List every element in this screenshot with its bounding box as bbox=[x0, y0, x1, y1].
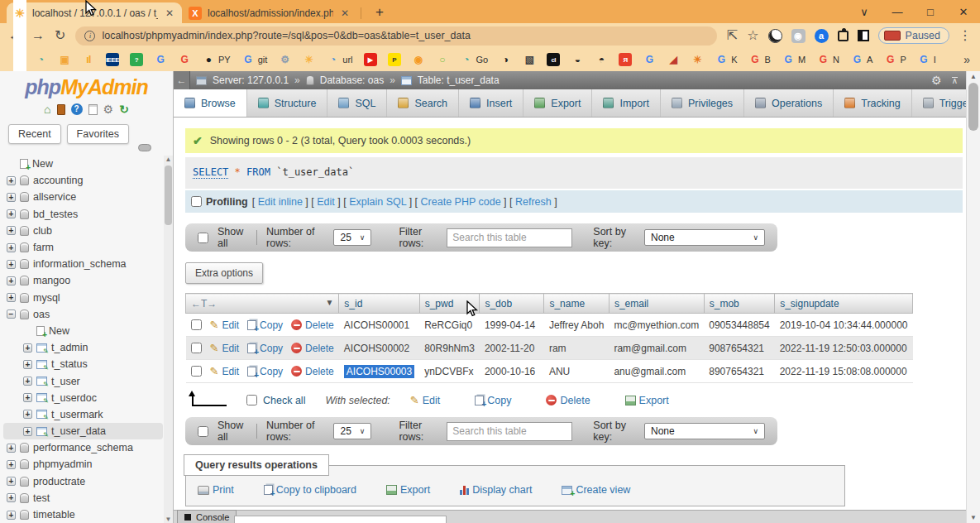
reload-icon[interactable]: ↻ bbox=[55, 29, 65, 42]
bookmark-item[interactable]: ◔url bbox=[326, 53, 352, 66]
sort-by-key-select[interactable]: None∨ bbox=[644, 229, 765, 246]
tree-expander-icon[interactable]: + bbox=[23, 360, 32, 369]
bookmark-item[interactable]: GI bbox=[917, 53, 936, 66]
tree-item-new[interactable]: New bbox=[3, 156, 163, 172]
site-info-icon[interactable]: i bbox=[84, 31, 95, 41]
extension-profile-icon[interactable]: ◉ bbox=[791, 29, 806, 43]
show-all-label[interactable]: Show all bbox=[218, 420, 247, 443]
maximize-icon[interactable]: □ bbox=[914, 6, 947, 18]
tree-item-test[interactable]: +test bbox=[3, 490, 163, 506]
favorites-button[interactable]: Favorites bbox=[67, 124, 129, 144]
tree-expander-icon[interactable]: − bbox=[7, 309, 16, 319]
bookmark-item[interactable]: G bbox=[643, 53, 656, 66]
extension-a-icon[interactable]: a bbox=[815, 29, 829, 43]
tree-item-information_schema[interactable]: +information_schema bbox=[3, 256, 163, 272]
scrollbar-thumb[interactable] bbox=[968, 83, 978, 131]
breadcrumb-table[interactable]: Table: t_user_data bbox=[418, 74, 500, 86]
bookmark-item[interactable]: ▣ bbox=[58, 53, 71, 66]
number-of-rows-select[interactable]: 25∨ bbox=[333, 423, 371, 439]
profiling-link-create-php-code[interactable]: Create PHP code bbox=[421, 196, 501, 208]
extensions-puzzle-icon[interactable] bbox=[838, 31, 849, 41]
console-toggle[interactable]: Console bbox=[177, 510, 237, 523]
tree-item-t_usermark[interactable]: +t_usermark bbox=[3, 406, 163, 423]
row-checkbox[interactable] bbox=[191, 319, 202, 330]
profiling-link-refresh[interactable]: Refresh bbox=[515, 196, 552, 208]
row-delete-link[interactable]: Delete bbox=[291, 366, 334, 377]
sort-by-key-select[interactable]: None∨ bbox=[644, 423, 765, 439]
tree-item-productrate[interactable]: +productrate bbox=[3, 473, 163, 490]
panel-collapse-handle-icon[interactable] bbox=[138, 144, 151, 151]
tree-item-allservice[interactable]: +allservice bbox=[3, 189, 163, 205]
bookmark-item[interactable]: ○ bbox=[436, 53, 449, 66]
bookmark-item[interactable]: cl bbox=[547, 53, 560, 66]
profiling-link-explain-sql[interactable]: Explain SQL bbox=[349, 196, 406, 208]
tab-operations[interactable]: Operations bbox=[744, 89, 834, 117]
tree-item-new[interactable]: New bbox=[3, 323, 163, 339]
tree-item-accounting[interactable]: +accounting bbox=[3, 172, 163, 189]
tab-privileges[interactable]: Privileges bbox=[661, 89, 744, 117]
tree-item-t_user[interactable]: +t_user bbox=[3, 372, 163, 389]
bookmark-item[interactable]: GM bbox=[782, 53, 806, 66]
tree-expander-icon[interactable]: + bbox=[7, 193, 16, 202]
row-checkbox[interactable] bbox=[191, 366, 202, 377]
tree-expander-icon[interactable]: + bbox=[23, 393, 32, 402]
tab-export[interactable]: Export bbox=[523, 89, 592, 117]
new-tab-button[interactable]: + bbox=[370, 2, 390, 22]
check-all-label[interactable]: Check all bbox=[263, 395, 305, 406]
row-edit-link[interactable]: ✎Edit bbox=[210, 319, 240, 331]
row-checkbox[interactable] bbox=[191, 343, 202, 353]
copy-to-clipboard-button[interactable]: Copy to clipboard bbox=[264, 484, 356, 496]
check-all-checkbox[interactable] bbox=[246, 395, 257, 405]
collapse-top-icon[interactable]: ∧ bbox=[952, 77, 958, 84]
scrollbar-thumb[interactable] bbox=[165, 166, 172, 225]
home-icon[interactable]: ⌂ bbox=[44, 103, 50, 115]
row-delete-link[interactable]: Delete bbox=[291, 343, 334, 354]
extension-panda-icon[interactable] bbox=[768, 29, 782, 43]
column-header-s_signupdate[interactable]: s_signupdate bbox=[775, 294, 913, 314]
forward-icon[interactable]: → bbox=[31, 29, 45, 42]
row-delete-link[interactable]: Delete bbox=[291, 319, 334, 331]
tree-item-t_userdoc[interactable]: +t_userdoc bbox=[3, 390, 163, 406]
column-header-s_name[interactable]: s_name bbox=[544, 294, 610, 314]
bookmark-item[interactable]: ☀ bbox=[302, 53, 315, 66]
bookmark-star-icon[interactable]: ☆ bbox=[747, 29, 758, 42]
scroll-up-icon[interactable]: ▲ bbox=[164, 156, 173, 163]
bookmark-item[interactable]: ◢ bbox=[667, 53, 680, 66]
breadcrumb-server[interactable]: Server: 127.0.0.1 bbox=[213, 74, 289, 86]
minimize-icon[interactable]: — bbox=[881, 6, 914, 18]
scroll-down-icon[interactable]: ▼ bbox=[164, 516, 173, 523]
profiling-link-edit[interactable]: Edit bbox=[317, 196, 335, 208]
tree-item-club[interactable]: +club bbox=[3, 223, 163, 239]
with-selected-edit-button[interactable]: ✎Edit bbox=[410, 394, 440, 406]
scroll-up-icon[interactable]: ▲ bbox=[967, 73, 980, 80]
browser-tab-admission[interactable]: X localhost/admission/index.php ✕ bbox=[182, 2, 357, 23]
column-header-s_mob[interactable]: s_mob bbox=[704, 294, 774, 314]
table-search-input[interactable] bbox=[447, 422, 572, 441]
bookmark-item[interactable]: G bbox=[178, 53, 191, 66]
tab-insert[interactable]: Insert bbox=[459, 89, 523, 117]
bookmark-item[interactable]: P bbox=[388, 53, 401, 66]
tree-item-phpmyadmin[interactable]: +phpmyadmin bbox=[3, 456, 163, 473]
bookmark-item[interactable]: ▶ bbox=[364, 53, 377, 66]
extra-options-toggle[interactable]: Extra options bbox=[185, 262, 263, 284]
bookmark-item[interactable]: ●PY bbox=[202, 53, 231, 66]
tree-expander-icon[interactable]: + bbox=[7, 226, 16, 235]
exit-icon[interactable] bbox=[57, 104, 65, 115]
tree-expander-icon[interactable]: + bbox=[7, 444, 16, 453]
bookmark-item[interactable]: ☀ bbox=[691, 53, 704, 66]
bookmark-item[interactable]: ıl bbox=[82, 53, 95, 66]
column-header-s_id[interactable]: s_id bbox=[339, 294, 419, 314]
bookmark-item[interactable]: ◔ bbox=[34, 53, 47, 66]
bookmark-item[interactable]: ◒ bbox=[571, 53, 584, 66]
share-icon[interactable]: ⇱ bbox=[727, 29, 738, 42]
show-all-checkbox[interactable] bbox=[198, 233, 208, 243]
tree-expander-icon[interactable]: + bbox=[23, 410, 32, 419]
tree-expander-icon[interactable]: + bbox=[7, 477, 16, 486]
tab-close-icon[interactable]: ✕ bbox=[164, 7, 175, 19]
page-scrollbar[interactable]: ▲ ▼ bbox=[966, 71, 980, 523]
tree-item-oas[interactable]: −oas bbox=[3, 306, 163, 323]
bookmark-item[interactable]: GN bbox=[816, 53, 839, 66]
bookmark-item[interactable]: ◉ bbox=[412, 53, 425, 66]
tree-expander-icon[interactable]: + bbox=[7, 293, 16, 302]
bookmark-item[interactable]: ? bbox=[130, 53, 143, 66]
